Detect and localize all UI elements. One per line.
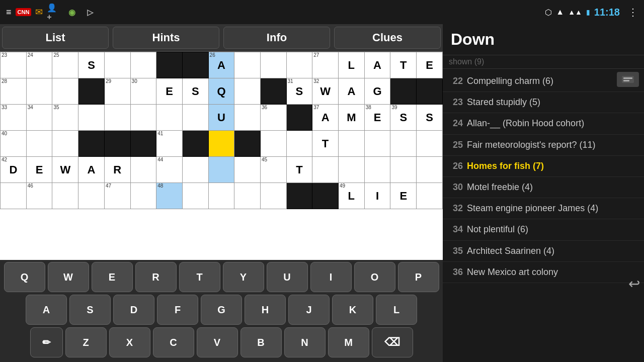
grid-cell[interactable] bbox=[234, 183, 261, 209]
grid-cell[interactable]: T bbox=[312, 131, 339, 157]
grid-cell[interactable] bbox=[182, 183, 208, 209]
grid-cell[interactable]: S bbox=[78, 52, 105, 78]
grid-cell[interactable]: I bbox=[364, 183, 390, 209]
grid-cell[interactable] bbox=[104, 105, 130, 131]
grid-cell[interactable]: T bbox=[286, 157, 312, 183]
grid-cell[interactable] bbox=[130, 183, 156, 209]
grid-cell[interactable] bbox=[417, 183, 443, 209]
grid-cell[interactable]: E bbox=[26, 157, 52, 183]
grid-cell[interactable] bbox=[104, 52, 130, 78]
clue-item[interactable]: 30Motel freebie (4) bbox=[443, 177, 644, 198]
grid-cell[interactable] bbox=[26, 131, 52, 157]
grid-cell[interactable] bbox=[130, 131, 156, 157]
grid-cell[interactable]: 31S bbox=[286, 78, 312, 105]
grid-cell[interactable] bbox=[312, 183, 339, 209]
grid-cell[interactable] bbox=[208, 183, 234, 209]
grid-cell[interactable]: 40 bbox=[1, 131, 27, 157]
grid-cell[interactable] bbox=[182, 52, 208, 78]
grid-cell[interactable] bbox=[390, 157, 417, 183]
grid-cell[interactable]: 26A bbox=[208, 52, 234, 78]
grid-cell[interactable] bbox=[234, 105, 261, 131]
grid-cell[interactable]: 33 bbox=[1, 105, 27, 131]
pen-key[interactable]: ✏ bbox=[30, 327, 63, 357]
add-friend-icon[interactable]: 👤+ bbox=[47, 5, 61, 19]
grid-cell[interactable] bbox=[390, 78, 417, 105]
grid-cell[interactable]: S bbox=[417, 105, 443, 131]
grid-cell[interactable] bbox=[234, 157, 261, 183]
clue-item[interactable]: 22Compelling charm (6) bbox=[443, 71, 644, 92]
grid-cell[interactable] bbox=[78, 105, 105, 131]
grid-cell[interactable]: 41 bbox=[156, 131, 183, 157]
key-l[interactable]: L bbox=[376, 295, 417, 325]
key-t[interactable]: T bbox=[179, 262, 220, 292]
grid-cell[interactable] bbox=[286, 52, 312, 78]
clue-item[interactable]: 26Homes for fish (7) bbox=[443, 156, 644, 177]
backspace-key[interactable]: ⌫ bbox=[372, 327, 413, 357]
grid-cell[interactable] bbox=[78, 78, 105, 105]
grid-cell[interactable]: 39S bbox=[390, 105, 417, 131]
cnn-icon[interactable]: CNN bbox=[16, 8, 32, 16]
grid-cell[interactable]: 47 bbox=[104, 183, 130, 209]
key-u[interactable]: U bbox=[267, 262, 308, 292]
key-n[interactable]: N bbox=[284, 327, 326, 357]
grid-cell[interactable]: 44 bbox=[156, 157, 183, 183]
grid-cell[interactable] bbox=[338, 131, 364, 157]
key-q[interactable]: Q bbox=[4, 262, 45, 292]
clue-item[interactable]: 24Allan-__ (Robin Hood cohort) bbox=[443, 113, 644, 134]
grid-cell[interactable]: A bbox=[338, 78, 364, 105]
grid-cell[interactable] bbox=[260, 183, 286, 209]
grid-cell[interactable]: 49L bbox=[338, 183, 364, 209]
key-w[interactable]: W bbox=[48, 262, 89, 292]
grid-cell[interactable] bbox=[182, 131, 208, 157]
clue-item[interactable]: 23Stared stupidly (5) bbox=[443, 92, 644, 113]
key-c[interactable]: C bbox=[153, 327, 194, 357]
grid-cell[interactable]: R bbox=[104, 157, 130, 183]
tab-info[interactable]: Info bbox=[223, 27, 330, 49]
grid-cell[interactable]: 23 bbox=[1, 52, 27, 78]
grid-cell[interactable] bbox=[52, 183, 78, 209]
mail-icon[interactable]: ✉ bbox=[35, 7, 43, 18]
grid-cell[interactable]: 28 bbox=[1, 78, 27, 105]
grid-cell[interactable]: 45 bbox=[260, 157, 286, 183]
key-z[interactable]: Z bbox=[65, 327, 107, 357]
grid-cell[interactable]: 25 bbox=[52, 52, 78, 78]
grid-cell[interactable]: 30 bbox=[130, 78, 156, 105]
grid-cell[interactable] bbox=[182, 157, 208, 183]
grid-cell[interactable] bbox=[312, 157, 339, 183]
grid-cell[interactable]: L bbox=[338, 52, 364, 78]
key-b[interactable]: B bbox=[240, 327, 282, 357]
grid-cell[interactable] bbox=[234, 78, 261, 105]
grid-cell[interactable]: 29 bbox=[104, 78, 130, 105]
back-arrow-button[interactable]: ↩ bbox=[628, 276, 640, 292]
grid-cell[interactable]: 46 bbox=[26, 183, 52, 209]
key-v[interactable]: V bbox=[197, 327, 238, 357]
grid-cell[interactable] bbox=[286, 131, 312, 157]
key-f[interactable]: F bbox=[157, 295, 198, 325]
key-e[interactable]: E bbox=[92, 262, 133, 292]
tab-hints[interactable]: Hints bbox=[113, 27, 219, 49]
key-s[interactable]: S bbox=[69, 295, 111, 325]
key-a[interactable]: A bbox=[26, 295, 67, 325]
grid-cell[interactable]: 37A bbox=[312, 105, 339, 131]
grid-cell[interactable] bbox=[104, 131, 130, 157]
key-m[interactable]: M bbox=[328, 327, 369, 357]
clue-item[interactable]: 35Architect Saarinen (4) bbox=[443, 241, 644, 262]
grid-cell[interactable]: 34 bbox=[26, 105, 52, 131]
grid-cell[interactable] bbox=[156, 105, 183, 131]
grid-cell[interactable] bbox=[260, 78, 286, 105]
grid-cell[interactable] bbox=[130, 105, 156, 131]
grid-cell[interactable] bbox=[52, 131, 78, 157]
key-o[interactable]: O bbox=[354, 262, 395, 292]
grid-cell[interactable]: E bbox=[156, 78, 183, 105]
grid-cell[interactable]: 42D bbox=[1, 157, 27, 183]
grid-cell[interactable]: 48 bbox=[156, 183, 183, 209]
grid-cell[interactable]: S bbox=[182, 78, 208, 105]
clue-item[interactable]: 34Not plentiful (6) bbox=[443, 219, 644, 240]
grid-cell[interactable] bbox=[260, 131, 286, 157]
grid-cell[interactable] bbox=[26, 78, 52, 105]
grid-cell[interactable] bbox=[390, 131, 417, 157]
grid-cell[interactable] bbox=[52, 78, 78, 105]
grid-cell[interactable]: 27 bbox=[312, 52, 339, 78]
key-d[interactable]: D bbox=[113, 295, 154, 325]
grid-cell[interactable] bbox=[130, 52, 156, 78]
